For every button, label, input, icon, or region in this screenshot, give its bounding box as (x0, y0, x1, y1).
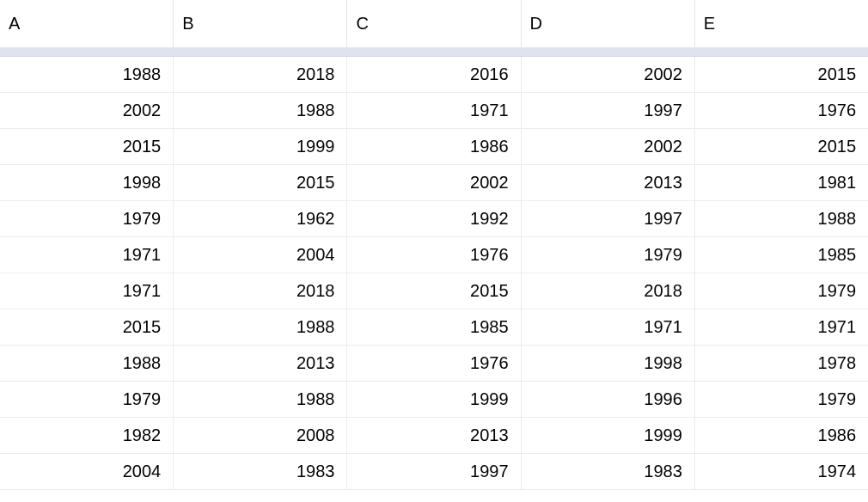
cell[interactable]: 2018 (174, 57, 347, 92)
table-row: 1971 2004 1976 1979 1985 (0, 237, 868, 273)
cell[interactable]: 2018 (174, 273, 347, 309)
cell[interactable]: 2015 (174, 165, 347, 200)
cell[interactable]: 2015 (0, 129, 174, 164)
cell[interactable]: 1983 (522, 454, 695, 489)
cell[interactable]: 1988 (174, 93, 347, 128)
cell[interactable]: 1971 (0, 237, 174, 272)
cell[interactable]: 1982 (0, 418, 174, 453)
cell[interactable]: 2004 (0, 454, 174, 489)
cell[interactable]: 1976 (695, 93, 868, 128)
cell[interactable]: 2015 (695, 129, 868, 164)
spreadsheet[interactable]: A B C D E 1988 2018 2016 2002 2015 2002 … (0, 0, 868, 490)
cell[interactable]: 1971 (0, 273, 174, 309)
cell[interactable]: 2002 (522, 129, 695, 164)
cell[interactable]: 1998 (522, 346, 695, 381)
cell[interactable]: 1999 (347, 382, 521, 417)
cell[interactable]: 2016 (347, 57, 521, 92)
cell[interactable]: 2018 (522, 273, 695, 309)
cell[interactable]: 1983 (174, 454, 347, 489)
column-header-d[interactable]: D (522, 0, 695, 47)
cell[interactable]: 1979 (695, 382, 868, 417)
table-row: 1998 2015 2002 2013 1981 (0, 165, 868, 201)
cell[interactable]: 1971 (347, 93, 521, 128)
cell[interactable]: 1962 (174, 201, 347, 236)
cell[interactable]: 1997 (522, 201, 695, 236)
cell[interactable]: 1979 (0, 201, 174, 236)
cell[interactable]: 1976 (347, 346, 521, 381)
cell[interactable]: 2013 (174, 346, 347, 381)
column-header-row: A B C D E (0, 0, 868, 48)
cell[interactable]: 1988 (174, 382, 347, 417)
cell[interactable]: 1979 (695, 273, 868, 309)
table-row: 1979 1988 1999 1996 1979 (0, 382, 868, 418)
cell[interactable]: 2013 (347, 418, 521, 453)
cell[interactable]: 1986 (695, 418, 868, 453)
cell[interactable]: 1985 (347, 309, 521, 345)
cell[interactable]: 1988 (0, 346, 174, 381)
cell[interactable]: 1997 (522, 93, 695, 128)
cell[interactable]: 2008 (174, 418, 347, 453)
column-header-c[interactable]: C (347, 0, 521, 47)
table-row: 2004 1983 1997 1983 1974 (0, 454, 868, 490)
table-row: 1971 2018 2015 2018 1979 (0, 273, 868, 309)
header-separator (0, 48, 868, 57)
cell[interactable]: 1978 (695, 346, 868, 381)
cell[interactable]: 1985 (695, 237, 868, 272)
cell[interactable]: 1974 (695, 454, 868, 489)
table-row: 1988 2018 2016 2002 2015 (0, 57, 868, 93)
cell[interactable]: 1979 (0, 382, 174, 417)
cell[interactable]: 1997 (347, 454, 521, 489)
cell[interactable]: 1999 (174, 129, 347, 164)
cell[interactable]: 2013 (522, 165, 695, 200)
cell[interactable]: 1971 (695, 309, 868, 345)
cell[interactable]: 2015 (695, 57, 868, 92)
column-header-a[interactable]: A (0, 0, 174, 47)
cell[interactable]: 2004 (174, 237, 347, 272)
table-row: 1979 1962 1992 1997 1988 (0, 201, 868, 237)
cell[interactable]: 1988 (695, 201, 868, 236)
cell[interactable]: 2002 (347, 165, 521, 200)
cell[interactable]: 1981 (695, 165, 868, 200)
cell[interactable]: 1986 (347, 129, 521, 164)
cell[interactable]: 2002 (0, 93, 174, 128)
cell[interactable]: 1979 (522, 237, 695, 272)
cell[interactable]: 1992 (347, 201, 521, 236)
cell[interactable]: 2002 (522, 57, 695, 92)
table-row: 1982 2008 2013 1999 1986 (0, 418, 868, 454)
table-row: 2015 1999 1986 2002 2015 (0, 129, 868, 165)
table-row: 1988 2013 1976 1998 1978 (0, 346, 868, 382)
column-header-e[interactable]: E (695, 0, 868, 47)
cell[interactable]: 1988 (0, 57, 174, 92)
table-row: 2015 1988 1985 1971 1971 (0, 309, 868, 346)
cell[interactable]: 1976 (347, 237, 521, 272)
table-row: 2002 1988 1971 1997 1976 (0, 93, 868, 129)
cell[interactable]: 1988 (174, 309, 347, 345)
cell[interactable]: 2015 (0, 309, 174, 345)
column-header-b[interactable]: B (174, 0, 347, 47)
cell[interactable]: 1996 (522, 382, 695, 417)
cell[interactable]: 1971 (522, 309, 695, 345)
cell[interactable]: 1999 (522, 418, 695, 453)
cell[interactable]: 1998 (0, 165, 174, 200)
cell[interactable]: 2015 (347, 273, 521, 309)
